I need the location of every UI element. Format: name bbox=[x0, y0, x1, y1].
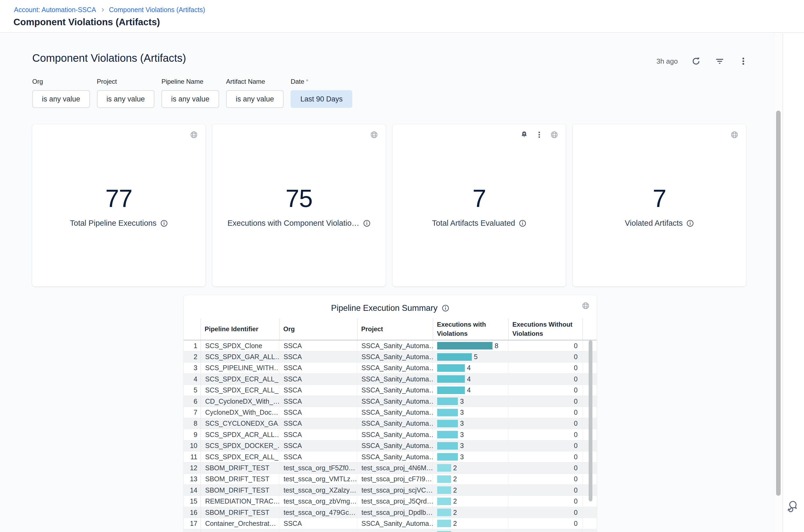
violations-bar bbox=[437, 520, 451, 527]
org-cell: SSCA bbox=[279, 429, 357, 440]
bell-plus-icon[interactable] bbox=[520, 131, 528, 139]
page-scrollbar-track bbox=[774, 33, 783, 532]
filter-chip[interactable]: is any value bbox=[162, 90, 219, 108]
with-violations-header[interactable]: Executions with Violations bbox=[433, 318, 508, 340]
table-scrollbar-thumb[interactable] bbox=[588, 340, 592, 501]
org-cell: SSCA bbox=[279, 340, 357, 351]
globe-icon[interactable] bbox=[730, 131, 738, 139]
project-cell: test_ssca_proj_Dpdlb… bbox=[357, 507, 433, 518]
page-title: Component Violations (Artifacts) bbox=[14, 17, 160, 27]
refresh-icon[interactable] bbox=[691, 56, 702, 66]
breadcrumb-account-link[interactable]: Account: Automation-SSCA bbox=[14, 6, 96, 14]
filter-group: Pipeline Name is any value bbox=[162, 78, 219, 108]
row-number-cell: 6 bbox=[184, 396, 201, 407]
globe-icon[interactable] bbox=[370, 131, 378, 139]
project-header[interactable]: Project bbox=[357, 318, 433, 340]
filter-toggle-icon[interactable] bbox=[714, 56, 725, 66]
filter-value: is any value bbox=[171, 95, 209, 103]
info-icon[interactable] bbox=[519, 220, 526, 227]
org-cell bbox=[279, 529, 357, 532]
filter-label: Project bbox=[97, 78, 117, 85]
filter-chip[interactable]: is any value bbox=[226, 90, 284, 108]
stat-label: Total Artifacts Evaluated bbox=[432, 219, 515, 228]
stat-label: Violated Artifacts bbox=[625, 219, 683, 228]
page-scrollbar-thumb[interactable] bbox=[776, 111, 781, 496]
filter-chip[interactable]: is any value bbox=[97, 90, 155, 108]
violations-bar bbox=[437, 475, 451, 483]
filter-chip[interactable]: Last 90 Days bbox=[291, 90, 352, 108]
more-options-icon[interactable] bbox=[738, 56, 749, 66]
stat-cards-row: 77 Total Pipeline Executions 75 Executio… bbox=[32, 124, 746, 286]
table-row[interactable]: 13 SBOM_DRIFT_TEST test_ssca_org_VMTLz… … bbox=[184, 474, 597, 485]
violations-bar-value: 3 bbox=[460, 408, 464, 416]
violations-bar bbox=[437, 498, 451, 505]
table-row[interactable]: 16 SBOM_DRIFT_TEST test_ssca_org_479Gc… … bbox=[184, 507, 597, 518]
table-row[interactable]: 10 SCS_SPDX_DOCKER_… SSCA SSCA_Sanity_Au… bbox=[184, 440, 597, 452]
without-violations-cell: 0 bbox=[508, 363, 583, 373]
table-row[interactable]: 15 REMEDIATION_TRAC… test_ssca_org_zbVmg… bbox=[184, 496, 597, 507]
globe-icon[interactable] bbox=[190, 131, 198, 139]
org-cell: SSCA bbox=[279, 385, 357, 396]
table-row[interactable]: 2 SCS_SPDX_GAR_ALL… SSCA SSCA_Sanity_Aut… bbox=[184, 352, 597, 362]
row-number-cell: 3 bbox=[184, 363, 201, 373]
with-violations-cell: 5 bbox=[433, 352, 508, 362]
pipeline-summary-card: Pipeline Execution Summary Pipeline Iden… bbox=[184, 295, 597, 532]
org-cell: test_ssca_org_479Gc… bbox=[279, 507, 357, 518]
kebab-menu-icon[interactable] bbox=[535, 131, 543, 139]
table-row[interactable]: 3 SCS_PIPELINE_WITH… SSCA SSCA_Sanity_Au… bbox=[184, 363, 597, 374]
filter-group: Project is any value bbox=[97, 78, 155, 108]
row-number-cell: 16 bbox=[184, 507, 201, 518]
table-row[interactable]: 12 SBOM_DRIFT_TEST test_ssca_org_tF5Zf0…… bbox=[184, 462, 597, 474]
violations-bar bbox=[437, 509, 451, 516]
globe-icon[interactable] bbox=[582, 302, 590, 311]
info-icon[interactable] bbox=[442, 304, 449, 312]
violations-bar bbox=[437, 409, 458, 416]
table-row[interactable]: 17 Container_Orchestrat… SSCA SSCA_Sanit… bbox=[184, 518, 597, 529]
table-row[interactable]: 1 SCS_SPDX_Clone SSCA SSCA_Sanity_Automa… bbox=[184, 340, 597, 352]
project-cell: SSCA_Sanity_Automa… bbox=[357, 518, 433, 529]
globe-icon[interactable] bbox=[550, 131, 558, 139]
stat-card: 7 Violated Artifacts bbox=[573, 124, 746, 286]
table-row[interactable]: 6 CD_CycloneDX_With_… SSCA SSCA_Sanity_A… bbox=[184, 396, 597, 407]
table-row[interactable]: 8 SCS_CYCLONEDX_GA… SSCA SSCA_Sanity_Aut… bbox=[184, 418, 597, 429]
violations-bar bbox=[437, 364, 465, 372]
table-row[interactable]: 14 SBOM_DRIFT_TEST test_ssca_org_XZalzy…… bbox=[184, 485, 597, 496]
dashboard-panel: Component Violations (Artifacts) 3h ago bbox=[0, 33, 783, 532]
filter-label: Artifact Name bbox=[226, 78, 265, 85]
dashboard-title: Component Violations (Artifacts) bbox=[32, 52, 186, 64]
project-cell: SSCA_Sanity_Automa… bbox=[357, 418, 433, 429]
info-icon[interactable] bbox=[363, 220, 371, 227]
org-cell: SSCA bbox=[279, 374, 357, 384]
without-violations-header[interactable]: Executions Without Violations bbox=[508, 318, 583, 340]
breadcrumb-current-link[interactable]: Component Violations (Artifacts) bbox=[109, 6, 205, 14]
info-icon[interactable] bbox=[686, 220, 694, 227]
org-cell: test_ssca_org_tF5Zf0… bbox=[279, 462, 357, 473]
project-cell: SSCA_Sanity_Automa… bbox=[357, 340, 433, 351]
pipeline-cell: SCS_SPDX_GAR_ALL… bbox=[201, 352, 279, 362]
table-row[interactable]: 2 bbox=[184, 529, 597, 532]
table-row[interactable]: 11 SCS_SPDX_ECR_ALL_… SSCA SSCA_Sanity_A… bbox=[184, 452, 597, 462]
pipeline-header[interactable]: Pipeline Identifier bbox=[201, 318, 279, 340]
filter-chip[interactable]: is any value bbox=[32, 90, 90, 108]
without-violations-cell: 0 bbox=[508, 462, 583, 473]
without-violations-cell: 0 bbox=[508, 352, 583, 362]
project-cell: SSCA_Sanity_Automa… bbox=[357, 452, 433, 462]
table-row[interactable]: 9 SCS_SPDX_ACR_ALL… SSCA SSCA_Sanity_Aut… bbox=[184, 429, 597, 440]
with-violations-cell: 4 bbox=[433, 363, 508, 373]
filter-group: Date* Last 90 Days bbox=[291, 78, 352, 108]
table-row[interactable]: 4 SCS_SPDX_ECR_ALL_… SSCA SSCA_Sanity_Au… bbox=[184, 374, 597, 385]
row-number-cell: 5 bbox=[184, 385, 201, 396]
filter-group: Org is any value bbox=[32, 78, 90, 108]
violations-bar-value: 3 bbox=[460, 431, 464, 439]
table-row[interactable]: 7 CycloneDX_With_Doc… SSCA SSCA_Sanity_A… bbox=[184, 407, 597, 418]
violations-bar-value: 4 bbox=[467, 375, 471, 383]
filter-value: Last 90 Days bbox=[300, 95, 343, 103]
info-icon[interactable] bbox=[160, 220, 168, 227]
table-row[interactable]: 5 SCS_SPDX_ECR_ALL_… SSCA SSCA_Sanity_Au… bbox=[184, 385, 597, 396]
violations-bar bbox=[437, 442, 458, 450]
chat-help-icon[interactable] bbox=[785, 499, 799, 514]
with-violations-cell: 2 bbox=[433, 474, 508, 484]
org-cell: SSCA bbox=[279, 518, 357, 529]
org-header[interactable]: Org bbox=[279, 318, 357, 340]
pipeline-cell: SCS_SPDX_ECR_ALL_… bbox=[201, 374, 279, 384]
